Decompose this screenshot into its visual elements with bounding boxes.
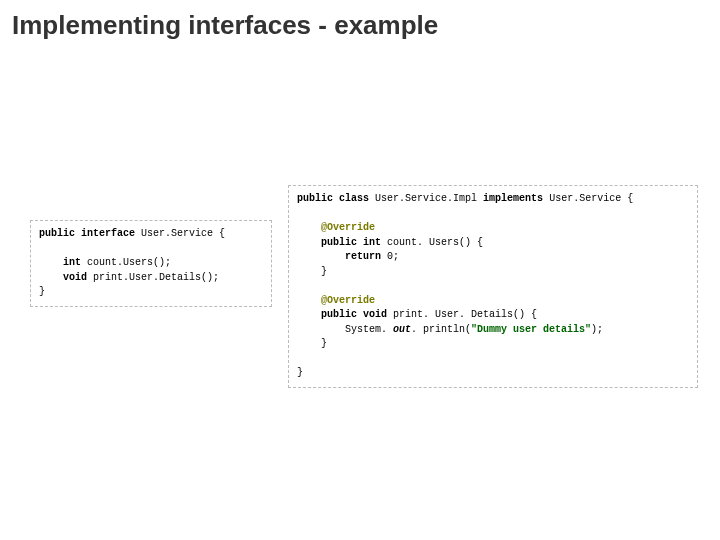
implements-name: User.Service <box>549 193 621 204</box>
brace-close: } <box>321 338 327 349</box>
page-title: Implementing interfaces - example <box>12 10 438 41</box>
method-printUserDetails-decl: print.User.Details(); <box>93 272 219 283</box>
class-name: User.Service.Impl <box>375 193 477 204</box>
kw-int: int <box>63 257 81 268</box>
brace-close: } <box>321 266 327 277</box>
brace-open: { <box>627 193 633 204</box>
kw-public: public <box>321 237 357 248</box>
annotation-override: @Override <box>321 222 375 233</box>
interface-code-box: public interface User.Service { int coun… <box>30 220 272 307</box>
method-countUsers-sig: count. Users() { <box>387 237 483 248</box>
kw-implements: implements <box>483 193 543 204</box>
method-printUserDetails-sig: print. User. Details() { <box>393 309 537 320</box>
kw-public: public <box>297 193 333 204</box>
kw-return: return <box>345 251 381 262</box>
annotation-override: @Override <box>321 295 375 306</box>
kw-class: class <box>339 193 369 204</box>
method-countUsers-decl: count.Users(); <box>87 257 171 268</box>
println-open: . println( <box>411 324 471 335</box>
system-ref: System. <box>345 324 387 335</box>
string-literal: "Dummy user details" <box>471 324 591 335</box>
semicolon: ; <box>393 251 399 262</box>
brace-open: { <box>219 228 225 239</box>
slide: Implementing interfaces - example public… <box>0 0 720 540</box>
kw-void: void <box>63 272 87 283</box>
class-code-box: public class User.Service.Impl implement… <box>288 185 698 388</box>
kw-public: public <box>321 309 357 320</box>
kw-int: int <box>363 237 381 248</box>
kw-public: public <box>39 228 75 239</box>
kw-interface: interface <box>81 228 135 239</box>
brace-close: } <box>39 286 45 297</box>
out-field: out <box>393 324 411 335</box>
interface-name: User.Service <box>141 228 213 239</box>
brace-close: } <box>297 367 303 378</box>
println-close: ); <box>591 324 603 335</box>
kw-void: void <box>363 309 387 320</box>
